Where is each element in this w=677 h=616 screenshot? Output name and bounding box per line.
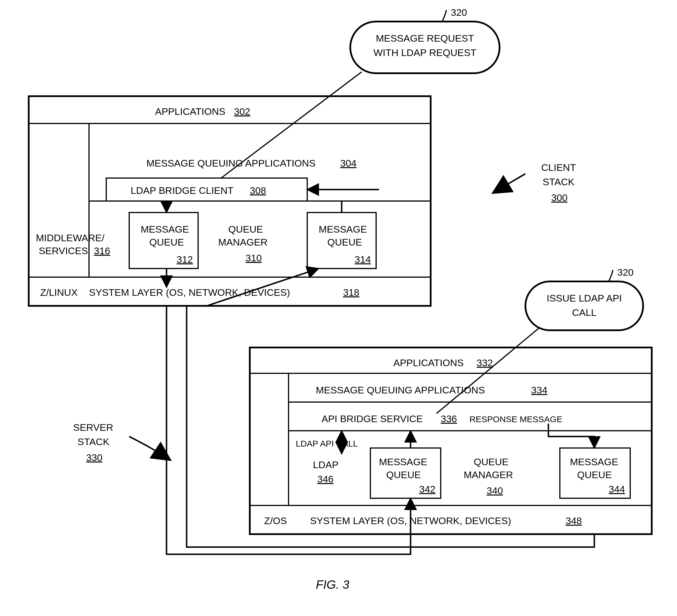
client-mqueue-312-l1: MESSAGE: [141, 224, 189, 235]
svg-text:320: 320: [451, 7, 467, 18]
ldap-api-call-label: LDAP API CALL: [296, 439, 358, 448]
middleware-num: 316: [94, 245, 110, 256]
client-stack-pointer: [494, 174, 526, 192]
response-message-label: RESPONSE MESSAGE: [469, 414, 562, 424]
server-mqueue-342-l1: MESSAGE: [379, 456, 427, 467]
server-mqueue-344-num: 344: [609, 484, 625, 494]
client-mqueue-314-l2: QUEUE: [327, 237, 362, 248]
server-qm-l1: QUEUE: [474, 456, 508, 467]
client-mqueue-314-l1: MESSAGE: [319, 224, 367, 235]
svg-text:STACK: STACK: [543, 176, 575, 187]
client-mq-label: MESSAGE QUEUING APPLICATIONS: [146, 158, 316, 169]
server-mqueue-344-l1: MESSAGE: [570, 456, 618, 467]
server-ldap-num: 346: [317, 474, 333, 484]
svg-rect-22: [526, 281, 643, 330]
ldap-bridge-client-num: 308: [250, 185, 266, 196]
client-mqueue-314-num: 314: [355, 254, 371, 265]
server-system-num: 348: [566, 515, 582, 526]
svg-text:ISSUE LDAP API: ISSUE LDAP API: [547, 293, 622, 304]
api-bridge-num: 336: [441, 413, 457, 424]
server-stack-pointer: [129, 437, 169, 459]
client-apps-num: 302: [234, 106, 251, 117]
ldap-bridge-client-label: LDAP BRIDGE CLIENT: [131, 185, 233, 196]
server-system-prefix: Z/OS: [264, 515, 287, 526]
figure-3-diagram: APPLICATIONS 302 MESSAGE QUEUING APPLICA…: [0, 0, 677, 616]
arrow-response-to-mq344: [548, 424, 594, 448]
svg-text:300: 300: [551, 192, 568, 203]
server-mqueue-342-num: 342: [419, 484, 436, 494]
client-mq-num: 304: [340, 158, 357, 169]
server-qm-num: 340: [487, 485, 503, 496]
client-stack: APPLICATIONS 302 MESSAGE QUEUING APPLICA…: [29, 96, 431, 306]
server-apps-num: 332: [477, 357, 493, 368]
client-system-prefix: Z/LINUX: [40, 287, 78, 298]
issue-call-leader: [437, 327, 540, 413]
middleware-label-2: SERVICES: [39, 245, 88, 256]
svg-text:WITH LDAP REQUEST: WITH LDAP REQUEST: [373, 47, 476, 58]
client-mqueue-312-l2: QUEUE: [149, 237, 184, 248]
svg-text:CLIENT: CLIENT: [541, 162, 576, 173]
client-apps-label: APPLICATIONS: [155, 106, 225, 117]
server-mq-num: 334: [531, 385, 547, 395]
svg-text:CALL: CALL: [572, 307, 596, 318]
client-system-num: 318: [343, 287, 359, 298]
middleware-label-1: MIDDLEWARE/: [36, 232, 104, 243]
svg-text:STACK: STACK: [78, 436, 109, 447]
server-stack: APPLICATIONS 332 MESSAGE QUEUING APPLICA…: [250, 348, 652, 534]
svg-text:320: 320: [617, 267, 634, 278]
server-apps-label: APPLICATIONS: [393, 357, 464, 368]
svg-text:SERVER: SERVER: [73, 422, 113, 433]
figure-caption: FIG. 3: [316, 578, 349, 591]
svg-text:MESSAGE REQUEST: MESSAGE REQUEST: [376, 33, 474, 44]
svg-text:330: 330: [86, 452, 102, 463]
server-mqueue-342-l2: QUEUE: [386, 469, 421, 480]
api-bridge-label: API BRIDGE SERVICE: [322, 413, 423, 424]
callout-issue-ldap-api: ISSUE LDAP API CALL 320: [526, 267, 643, 330]
server-ldap-label: LDAP: [313, 459, 338, 470]
client-qm-l2: MANAGER: [218, 237, 268, 248]
arrow-server-back-to-client: [187, 306, 594, 547]
client-mqueue-312-num: 312: [177, 254, 193, 265]
client-qm-num: 310: [245, 253, 262, 263]
server-mqueue-344-l2: QUEUE: [577, 469, 612, 480]
callout-message-request: MESSAGE REQUEST WITH LDAP REQUEST 320: [350, 7, 500, 73]
client-qm-l1: QUEUE: [228, 224, 263, 235]
server-qm-l2: MANAGER: [464, 469, 513, 480]
